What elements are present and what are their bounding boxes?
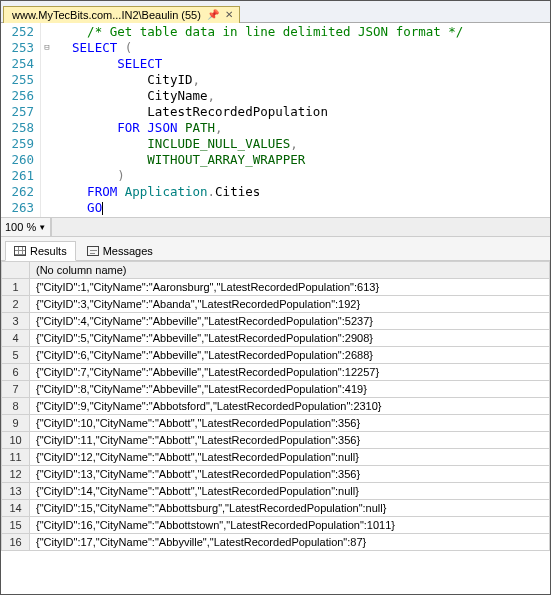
fold-marker (41, 199, 53, 215)
results-grid: (No column name) 1{"CityID":1,"CityName"… (1, 261, 550, 551)
tab-messages-label: Messages (103, 245, 153, 257)
row-number[interactable]: 6 (2, 364, 30, 381)
close-icon[interactable]: ✕ (225, 10, 233, 20)
cell-value[interactable]: {"CityID":1,"CityName":"Aaronsburg","Lat… (30, 279, 550, 296)
cell-value[interactable]: {"CityID":6,"CityName":"Abbeville","Late… (30, 347, 550, 364)
cell-value[interactable]: {"CityID":4,"CityName":"Abbeville","Late… (30, 313, 550, 330)
cell-value[interactable]: {"CityID":13,"CityName":"Abbott","Latest… (30, 466, 550, 483)
cell-value[interactable]: {"CityID":15,"CityName":"Abbottsburg","L… (30, 500, 550, 517)
fold-marker[interactable]: ⊟ (41, 39, 53, 55)
row-number[interactable]: 8 (2, 398, 30, 415)
messages-icon (87, 246, 99, 256)
document-tab-bar: www.MyTecBits.com...IN2\Beaulin (55) 📌 ✕ (1, 1, 550, 23)
line-number: 255 (5, 72, 34, 88)
row-number[interactable]: 4 (2, 330, 30, 347)
cell-value[interactable]: {"CityID":3,"CityName":"Abanda","LatestR… (30, 296, 550, 313)
row-number[interactable]: 14 (2, 500, 30, 517)
row-number[interactable]: 1 (2, 279, 30, 296)
table-row[interactable]: 10{"CityID":11,"CityName":"Abbott","Late… (2, 432, 550, 449)
table-row[interactable]: 15{"CityID":16,"CityName":"Abbottstown",… (2, 517, 550, 534)
line-number: 263 (5, 200, 34, 216)
cell-value[interactable]: {"CityID":7,"CityName":"Abbeville","Late… (30, 364, 550, 381)
row-number[interactable]: 13 (2, 483, 30, 500)
cell-value[interactable]: {"CityID":12,"CityName":"Abbott","Latest… (30, 449, 550, 466)
row-number[interactable]: 15 (2, 517, 30, 534)
line-number: 258 (5, 120, 34, 136)
grid-corner[interactable] (2, 262, 30, 279)
row-number[interactable]: 16 (2, 534, 30, 551)
cell-value[interactable]: {"CityID":11,"CityName":"Abbott","Latest… (30, 432, 550, 449)
fold-marker (41, 71, 53, 87)
code-line[interactable]: ) (57, 168, 463, 184)
row-number[interactable]: 5 (2, 347, 30, 364)
code-line[interactable]: WITHOUT_ARRAY_WRAPPER (57, 152, 463, 168)
row-number[interactable]: 3 (2, 313, 30, 330)
fold-marker (41, 87, 53, 103)
row-number[interactable]: 2 (2, 296, 30, 313)
cell-value[interactable]: {"CityID":17,"CityName":"Abbyville","Lat… (30, 534, 550, 551)
table-row[interactable]: 3{"CityID":4,"CityName":"Abbeville","Lat… (2, 313, 550, 330)
table-row[interactable]: 1{"CityID":1,"CityName":"Aaronsburg","La… (2, 279, 550, 296)
table-row[interactable]: 12{"CityID":13,"CityName":"Abbott","Late… (2, 466, 550, 483)
tab-results-label: Results (30, 245, 67, 257)
table-row[interactable]: 5{"CityID":6,"CityName":"Abbeville","Lat… (2, 347, 550, 364)
zoom-dropdown[interactable]: 100 % ▼ (1, 218, 51, 236)
fold-marker (41, 103, 53, 119)
code-line[interactable]: GO (57, 200, 463, 216)
tab-messages[interactable]: Messages (78, 241, 162, 261)
code-line[interactable]: CityName, (57, 88, 463, 104)
line-number: 252 (5, 24, 34, 40)
code-line[interactable]: LatestRecordedPopulation (57, 104, 463, 120)
code-line[interactable]: INCLUDE_NULL_VALUES, (57, 136, 463, 152)
line-number: 259 (5, 136, 34, 152)
cell-value[interactable]: {"CityID":5,"CityName":"Abbeville","Late… (30, 330, 550, 347)
code-line[interactable]: FOR JSON PATH, (57, 120, 463, 136)
code-line[interactable]: SELECT ( (57, 40, 463, 56)
cell-value[interactable]: {"CityID":8,"CityName":"Abbeville","Late… (30, 381, 550, 398)
table-row[interactable]: 7{"CityID":8,"CityName":"Abbeville","Lat… (2, 381, 550, 398)
fold-marker (41, 151, 53, 167)
tab-results[interactable]: Results (5, 241, 76, 261)
table-row[interactable]: 9{"CityID":10,"CityName":"Abbott","Lates… (2, 415, 550, 432)
row-number[interactable]: 11 (2, 449, 30, 466)
table-row[interactable]: 13{"CityID":14,"CityName":"Abbott","Late… (2, 483, 550, 500)
table-row[interactable]: 16{"CityID":17,"CityName":"Abbyville","L… (2, 534, 550, 551)
sql-editor[interactable]: 252253254255256257258259260261262263 ⊟ /… (1, 23, 550, 217)
fold-marker (41, 135, 53, 151)
row-number[interactable]: 12 (2, 466, 30, 483)
line-number: 256 (5, 88, 34, 104)
fold-gutter: ⊟ (41, 23, 53, 217)
table-row[interactable]: 8{"CityID":9,"CityName":"Abbotsford","La… (2, 398, 550, 415)
cell-value[interactable]: {"CityID":10,"CityName":"Abbott","Latest… (30, 415, 550, 432)
document-tab[interactable]: www.MyTecBits.com...IN2\Beaulin (55) 📌 ✕ (3, 6, 240, 23)
line-number: 260 (5, 152, 34, 168)
code-line[interactable]: SELECT (57, 56, 463, 72)
grid-column-header[interactable]: (No column name) (30, 262, 550, 279)
cell-value[interactable]: {"CityID":9,"CityName":"Abbotsford","Lat… (30, 398, 550, 415)
row-number[interactable]: 10 (2, 432, 30, 449)
fold-marker (41, 55, 53, 71)
cell-value[interactable]: {"CityID":16,"CityName":"Abbottstown","L… (30, 517, 550, 534)
table-row[interactable]: 6{"CityID":7,"CityName":"Abbeville","Lat… (2, 364, 550, 381)
table-row[interactable]: 4{"CityID":5,"CityName":"Abbeville","Lat… (2, 330, 550, 347)
chevron-down-icon: ▼ (38, 223, 46, 232)
zoom-value: 100 % (5, 221, 36, 233)
editor-footer: 100 % ▼ (1, 217, 550, 237)
pin-icon[interactable]: 📌 (207, 10, 219, 20)
code-line[interactable]: CityID, (57, 72, 463, 88)
code-line[interactable]: FROM Application.Cities (57, 184, 463, 200)
horizontal-scroll-stub[interactable] (51, 218, 550, 236)
code-area[interactable]: /* Get table data in line delimited JSON… (53, 23, 467, 217)
table-row[interactable]: 11{"CityID":12,"CityName":"Abbott","Late… (2, 449, 550, 466)
line-number: 257 (5, 104, 34, 120)
results-grid-wrapper[interactable]: (No column name) 1{"CityID":1,"CityName"… (1, 261, 550, 594)
row-number[interactable]: 9 (2, 415, 30, 432)
row-number[interactable]: 7 (2, 381, 30, 398)
fold-marker (41, 183, 53, 199)
cell-value[interactable]: {"CityID":14,"CityName":"Abbott","Latest… (30, 483, 550, 500)
line-number: 261 (5, 168, 34, 184)
table-row[interactable]: 14{"CityID":15,"CityName":"Abbottsburg",… (2, 500, 550, 517)
results-tabstrip: Results Messages (1, 237, 550, 261)
table-row[interactable]: 2{"CityID":3,"CityName":"Abanda","Latest… (2, 296, 550, 313)
code-line[interactable]: /* Get table data in line delimited JSON… (57, 24, 463, 40)
